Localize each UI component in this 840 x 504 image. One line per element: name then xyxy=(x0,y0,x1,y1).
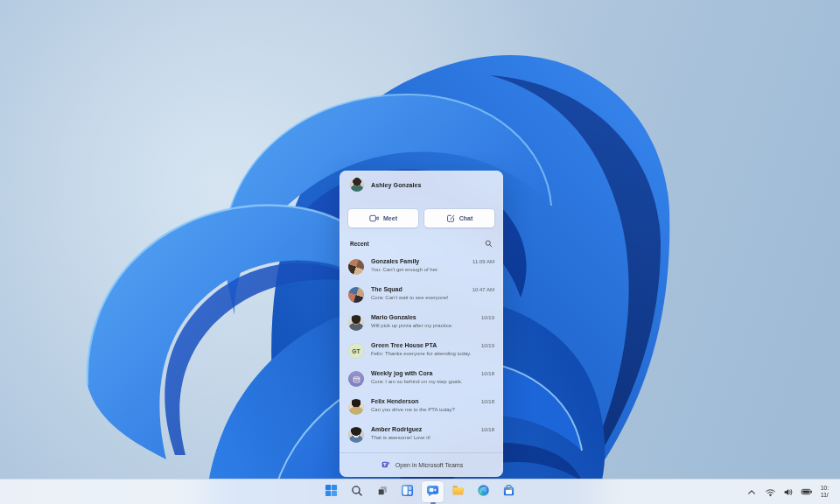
search-button[interactable] xyxy=(346,481,368,502)
conversation-name: Mario Gonzales xyxy=(371,313,416,321)
wifi-icon[interactable] xyxy=(764,485,776,499)
conversation-name: Green Tree House PTA xyxy=(371,341,437,349)
user-avatar[interactable] xyxy=(350,178,364,192)
initials-avatar: GT xyxy=(348,343,364,359)
chat-icon xyxy=(426,484,439,500)
clock-date: 11/ xyxy=(821,492,829,499)
conversation-name: Gonzales Family xyxy=(371,257,419,265)
widgets-button[interactable] xyxy=(396,481,418,502)
battery-icon[interactable] xyxy=(801,485,813,499)
conversation-item-felix-henderson[interactable]: Felix Henderson Can you drive me to the … xyxy=(340,393,503,421)
chat-button[interactable]: Chat xyxy=(424,209,494,228)
conversation-time: 10/18 xyxy=(481,371,494,376)
conversation-time: 10/19 xyxy=(481,343,494,348)
conversation-time: 10:47 AM xyxy=(472,287,494,292)
edge-button[interactable] xyxy=(472,481,494,502)
recent-row: Recent xyxy=(340,228,503,248)
conversation-preview: Will pick up pizza after my practice. xyxy=(371,322,494,329)
store-button[interactable] xyxy=(498,481,520,502)
user-name: Ashley Gonzales xyxy=(371,182,422,188)
chat-button-label: Chat xyxy=(459,215,473,221)
taskbar: 10: 11/ xyxy=(0,479,840,504)
compose-icon xyxy=(446,214,455,223)
photo-avatar xyxy=(348,427,364,443)
clock-time: 10: xyxy=(821,485,829,492)
conversation-preview: Felix: Thanks everyone for attending tod… xyxy=(371,350,494,357)
chat-flyout-actions: Meet Chat xyxy=(340,199,503,228)
conversation-time: 10/19 xyxy=(481,315,494,320)
conversation-preview: You: Can't get enough of her. xyxy=(371,266,494,273)
calendar-icon xyxy=(353,375,360,383)
open-in-teams-button[interactable]: Open in Microsoft Teams xyxy=(340,452,503,477)
chevron-up-icon[interactable] xyxy=(746,485,758,499)
task-view-icon xyxy=(376,485,388,500)
chat-taskbar-button[interactable] xyxy=(422,481,444,502)
photo-avatar xyxy=(348,315,364,331)
store-icon xyxy=(502,484,515,500)
conversation-item-green-tree-house-pta[interactable]: GT Green Tree House PTA Felix: Thanks ev… xyxy=(340,337,503,365)
open-in-teams-label: Open in Microsoft Teams xyxy=(396,462,463,468)
file-explorer-button[interactable] xyxy=(447,481,469,502)
taskbar-center-group xyxy=(320,480,520,504)
taskbar-clock[interactable]: 10: 11/ xyxy=(821,485,831,499)
chat-flyout-panel: Ashley Gonzales Meet Chat Recent xyxy=(340,171,503,477)
video-camera-icon xyxy=(369,214,379,223)
group-avatar xyxy=(348,287,364,303)
group-avatar xyxy=(348,259,364,275)
conversation-name: Felix Henderson xyxy=(371,397,418,405)
search-icon xyxy=(351,485,363,500)
conversation-preview: Cora: I am so behind on my step goals. xyxy=(371,378,494,385)
conversation-list: Gonzales Family You: Can't get enough of… xyxy=(340,253,503,449)
conversation-time: 10/18 xyxy=(481,399,494,404)
recent-label: Recent xyxy=(350,241,369,247)
conversation-item-the-squad[interactable]: The Squad Cora: Can't wait to see everyo… xyxy=(340,281,503,309)
calendar-avatar xyxy=(348,371,364,387)
system-tray: 10: 11/ xyxy=(746,480,831,504)
start-button[interactable] xyxy=(320,481,342,502)
file-explorer-icon xyxy=(452,484,465,500)
conversation-name: Weekly jog with Cora xyxy=(371,369,432,377)
desktop: Ashley Gonzales Meet Chat Recent xyxy=(0,0,840,504)
conversation-name: Amber Rodriguez xyxy=(371,425,422,433)
edge-icon xyxy=(477,484,490,500)
conversation-preview: Cora: Can't wait to see everyone! xyxy=(371,294,494,301)
conversation-name: The Squad xyxy=(371,285,402,293)
conversation-time: 11:09 AM xyxy=(472,259,494,264)
conversation-time: 10/18 xyxy=(481,427,494,432)
conversation-item-amber-rodriguez[interactable]: Amber Rodriguez That is awesome! Love it… xyxy=(340,421,503,449)
chat-flyout-header: Ashley Gonzales xyxy=(340,171,503,199)
conversation-item-weekly-jog[interactable]: Weekly jog with Cora Cora: I am so behin… xyxy=(340,365,503,393)
teams-icon xyxy=(380,460,390,470)
photo-avatar xyxy=(348,399,364,415)
volume-icon[interactable] xyxy=(782,485,794,499)
conversation-preview: That is awesome! Love it! xyxy=(371,434,494,441)
conversation-item-mario-gonzales[interactable]: Mario Gonzales Will pick up pizza after … xyxy=(340,309,503,337)
conversation-preview: Can you drive me to the PTA today? xyxy=(371,406,494,413)
start-icon xyxy=(325,484,338,500)
widgets-icon xyxy=(401,484,414,500)
meet-button-label: Meet xyxy=(383,215,397,221)
search-icon[interactable] xyxy=(484,239,493,248)
task-view-button[interactable] xyxy=(371,481,393,502)
conversation-item-gonzales-family[interactable]: Gonzales Family You: Can't get enough of… xyxy=(340,253,503,281)
meet-button[interactable]: Meet xyxy=(348,209,418,228)
